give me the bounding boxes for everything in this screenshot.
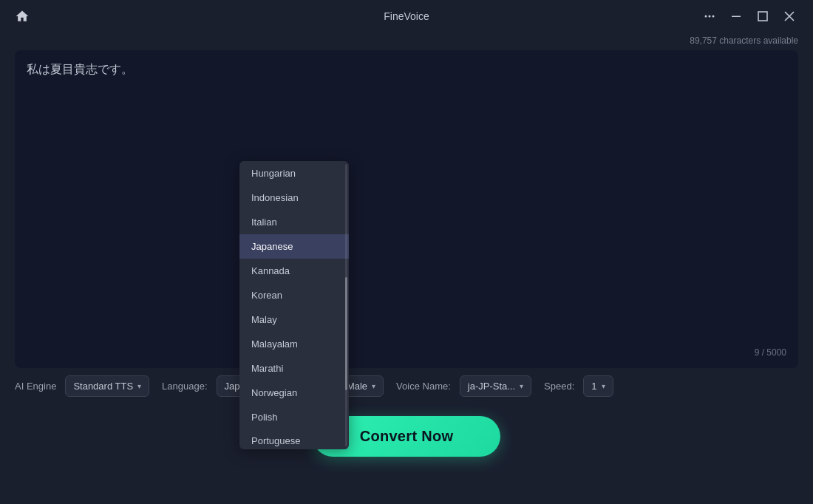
voice-name-value: ja-JP-Sta... [468, 381, 515, 392]
app-title: FineVoice [384, 10, 429, 22]
close-button[interactable] [778, 4, 801, 28]
ai-engine-label: AI Engine [15, 381, 56, 392]
title-bar-left [12, 6, 33, 27]
scroll-thumb [345, 277, 347, 390]
dropdown-item-italian[interactable]: Italian [239, 210, 349, 234]
dropdown-item-japanese[interactable]: Japanese [239, 234, 349, 259]
dropdown-item-malay[interactable]: Malay [239, 307, 349, 332]
title-bar: FineVoice [0, 0, 813, 33]
voice-name-chevron-icon: ▾ [520, 382, 523, 390]
gender-value: Male [347, 381, 367, 392]
speed-select[interactable]: 1 ▾ [583, 375, 613, 397]
language-label: Language: [162, 381, 207, 392]
dropdown-item-norwegian[interactable]: Norwegian [239, 381, 349, 405]
ai-engine-select[interactable]: Standard TTS ▾ [65, 375, 149, 397]
scroll-track [345, 164, 347, 446]
speed-value: 1 [591, 381, 596, 392]
ai-engine-value: Standard TTS [73, 381, 133, 392]
gender-chevron-icon: ▾ [372, 382, 375, 390]
menu-button[interactable] [698, 4, 721, 28]
dropdown-item-korean[interactable]: Korean [239, 283, 349, 307]
dropdown-item-malayalam[interactable]: Malayalam [239, 332, 349, 356]
ai-engine-chevron-icon: ▾ [137, 382, 141, 390]
dropdown-item-indonesian[interactable]: Indonesian [239, 185, 349, 210]
bottom-toolbar: AI Engine Standard TTS ▾ Language: Japan… [0, 368, 813, 404]
dropdown-item-marathi[interactable]: Marathi [239, 356, 349, 381]
svg-point-1 [709, 16, 711, 18]
speed-label: Speed: [544, 381, 574, 392]
svg-rect-4 [758, 12, 767, 21]
char-count: 9 / 5000 [755, 347, 786, 358]
dropdown-item-portuguese[interactable]: Portuguese [239, 429, 349, 449]
text-input[interactable]: 私は夏目貴志です。 [27, 62, 786, 356]
minimize-button[interactable] [724, 4, 748, 28]
voice-name-label: Voice Name: [396, 381, 451, 392]
main-content: 私は夏目貴志です。 9 / 5000 Hungarian Indonesian … [15, 50, 798, 368]
dropdown-item-polish[interactable]: Polish [239, 405, 349, 429]
maximize-button[interactable] [751, 4, 775, 28]
svg-point-0 [705, 16, 707, 18]
chars-available: 89,757 characters available [0, 33, 813, 50]
voice-name-select[interactable]: ja-JP-Sta... ▾ [460, 375, 531, 397]
language-dropdown[interactable]: Hungarian Indonesian Italian Japanese Ka… [239, 161, 349, 449]
speed-chevron-icon: ▾ [602, 382, 605, 390]
text-area-container: 私は夏目貴志です。 9 / 5000 [15, 50, 798, 368]
dropdown-item-hungarian[interactable]: Hungarian [239, 161, 349, 185]
svg-rect-3 [732, 16, 741, 18]
convert-btn-area: Convert Now [0, 404, 813, 471]
window-controls [698, 4, 801, 28]
home-button[interactable] [12, 6, 33, 27]
dropdown-item-kannada[interactable]: Kannada [239, 259, 349, 283]
svg-point-2 [712, 16, 715, 18]
